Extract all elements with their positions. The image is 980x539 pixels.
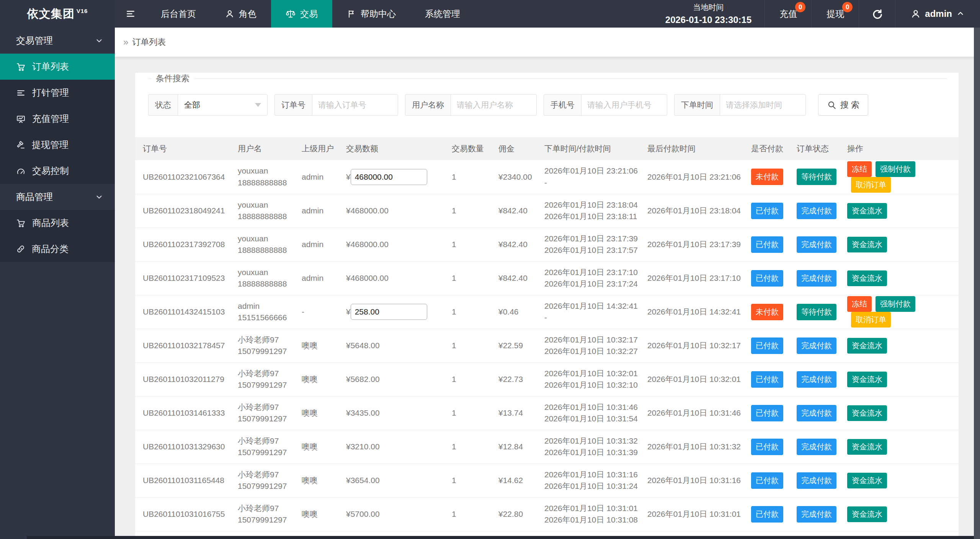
hamburger-menu-icon[interactable] — [115, 0, 146, 28]
cell-paid-status: 已付款 — [751, 362, 797, 396]
cell-last-pay-time: 2026年01月10日 10:32:17 — [647, 329, 751, 362]
cell-order-pay-time: 2026年01月10日 23:17:102026年01月10日 23:17:24 — [544, 261, 647, 295]
horizontal-scrollbar[interactable] — [27, 536, 974, 539]
sidebar-group-0[interactable]: 交易管理 — [0, 28, 115, 54]
action-fund-flow-button[interactable]: 资金流水 — [847, 203, 887, 219]
search-button[interactable]: 搜 索 — [818, 94, 868, 116]
sidebar-item-4[interactable]: 提现管理 — [0, 132, 115, 158]
sidebar-item-2[interactable]: 打针管理 — [0, 80, 115, 106]
user-phone: 18888888888 — [238, 244, 299, 256]
sidebar-item-label: 交易控制 — [32, 165, 69, 177]
action-fund-flow-button[interactable]: 资金流水 — [847, 506, 887, 522]
sidebar-group-6[interactable]: 商品管理 — [0, 184, 115, 210]
amount-input[interactable] — [351, 169, 427, 185]
quantity-value: 1 — [452, 476, 456, 485]
user-icon — [911, 9, 921, 19]
action-fund-flow-button[interactable]: 资金流水 — [847, 439, 887, 455]
sidebar-item-3[interactable]: 充值管理 — [0, 106, 115, 132]
vertical-scrollbar[interactable] — [974, 28, 980, 539]
order-time: 2026年01月10日 10:31:46 — [544, 401, 644, 413]
user-name: 小玲老师97 — [238, 401, 299, 413]
commission-value: ¥2340.00 — [498, 172, 532, 181]
cell-paid-status: 已付款 — [751, 329, 797, 362]
refresh-button[interactable] — [859, 0, 895, 28]
order-status-badge: 完成付款 — [797, 270, 836, 287]
gauge-icon — [16, 166, 26, 176]
order-time: 2026年01月10日 10:31:01 — [544, 503, 644, 514]
amount-value: ¥5682.00 — [346, 375, 380, 383]
cell-order-no: UB2601101432415103 — [135, 295, 238, 329]
column-header: 是否付款 — [751, 137, 797, 160]
paid-status-badge: 已付款 — [751, 236, 783, 253]
order-time-label: 下单时间 — [674, 94, 720, 116]
cell-actions: 冻结强制付款取消订单 — [847, 160, 959, 194]
nav-item-2[interactable]: 交易 — [271, 0, 332, 28]
order-time-input[interactable] — [720, 94, 806, 116]
cell-last-pay-time: 2026年01月10日 23:18:04 — [647, 194, 751, 228]
cell-last-pay-time: 2026年01月10日 10:32:01 — [647, 362, 751, 396]
parent-user: 噢噢 — [302, 476, 318, 485]
table-row: UB2601102318049241youxuan18888888888admi… — [135, 194, 959, 228]
local-time-label: 当地时间 — [693, 2, 724, 13]
cart-icon — [16, 218, 26, 228]
action-fund-flow-button[interactable]: 资金流水 — [847, 473, 887, 488]
cell-last-pay-time: 2026年01月10日 23:17:10 — [647, 261, 751, 295]
phone-input[interactable] — [581, 94, 667, 116]
user-name-input[interactable] — [451, 94, 537, 116]
amount-input[interactable] — [351, 304, 427, 320]
action-cancel-order-button[interactable]: 取消订单 — [851, 312, 891, 328]
pay-time: 2026年01月10日 23:17:57 — [544, 244, 644, 256]
user-name: youxuan — [238, 165, 299, 177]
main-content: » 订单列表 条件搜索 状态 全部 订单号 用户名称 手机 — [115, 0, 980, 539]
action-fund-flow-button[interactable]: 资金流水 — [847, 270, 887, 286]
action-freeze-button[interactable]: 冻结 — [847, 161, 872, 177]
app-name: 依文集团 — [27, 6, 75, 22]
action-force-pay-button[interactable]: 强制付款 — [875, 296, 915, 312]
last-pay-time: 2026年01月10日 23:17:39 — [647, 240, 741, 249]
action-freeze-button[interactable]: 冻结 — [847, 296, 872, 312]
last-pay-time: 2026年01月10日 23:17:10 — [647, 274, 741, 282]
sidebar-item-label: 打针管理 — [32, 87, 69, 99]
nav-item-4[interactable]: 系统管理 — [410, 0, 475, 28]
recharge-button[interactable]: 充值 0 — [764, 0, 812, 28]
table-row: UB2601101031016755小玲老师9715079991297噢噢¥57… — [135, 497, 959, 531]
sidebar-item-8[interactable]: 商品分类 — [0, 236, 115, 262]
nav-item-1[interactable]: 角色 — [211, 0, 271, 28]
status-select[interactable]: 全部 — [178, 94, 268, 116]
table-header-row: 订单号用户名上级用户交易数额交易数量佣金下单时间/付款时间最后付款时间是否付款订… — [135, 137, 959, 160]
cell-order-pay-time: 2026年01月10日 23:18:042026年01月10日 23:18:11 — [544, 194, 647, 228]
chevron-up-icon — [956, 10, 965, 18]
cell-paid-status: 已付款 — [751, 194, 797, 228]
sidebar-item-7[interactable]: 商品列表 — [0, 210, 115, 236]
withdraw-button[interactable]: 提现 0 — [812, 0, 859, 28]
order-no-input[interactable] — [312, 94, 398, 116]
quantity-value: 1 — [452, 240, 456, 249]
user-menu[interactable]: admin — [895, 0, 980, 28]
table-row: UB2601101031461333小玲老师9715079991297噢噢¥34… — [135, 396, 959, 430]
commission-value: ¥22.59 — [498, 341, 523, 350]
cell-paid-status: 未付款 — [751, 160, 797, 194]
paid-status-badge: 未付款 — [751, 169, 783, 185]
action-fund-flow-button[interactable]: 资金流水 — [847, 372, 887, 387]
sidebar-item-5[interactable]: 交易控制 — [0, 158, 115, 184]
action-fund-flow-button[interactable]: 资金流水 — [847, 338, 887, 354]
cell-actions: 资金流水 — [847, 228, 959, 261]
action-fund-flow-button[interactable]: 资金流水 — [847, 405, 887, 421]
cell-order-status: 完成付款 — [797, 194, 847, 228]
sidebar-item-1[interactable]: 订单列表 — [0, 54, 115, 80]
cell-paid-status: 已付款 — [751, 228, 797, 261]
scale-icon — [286, 9, 296, 19]
cell-paid-status: 未付款 — [751, 295, 797, 329]
order-number: UB2601102317392708 — [143, 240, 225, 249]
nav-item-0[interactable]: 后台首页 — [146, 0, 211, 28]
action-force-pay-button[interactable]: 强制付款 — [875, 161, 915, 177]
order-no-filter: 订单号 — [274, 94, 398, 116]
paid-status-badge: 未付款 — [751, 304, 783, 320]
order-status-badge: 完成付款 — [797, 371, 836, 388]
action-cancel-order-button[interactable]: 取消订单 — [851, 177, 891, 193]
order-time: 2026年01月10日 10:31:16 — [544, 469, 644, 480]
nav-item-3[interactable]: 帮助中心 — [332, 0, 410, 28]
pay-time: 2026年01月10日 23:17:24 — [544, 278, 644, 290]
action-fund-flow-button[interactable]: 资金流水 — [847, 237, 887, 252]
parent-user: 噢噢 — [302, 510, 318, 518]
